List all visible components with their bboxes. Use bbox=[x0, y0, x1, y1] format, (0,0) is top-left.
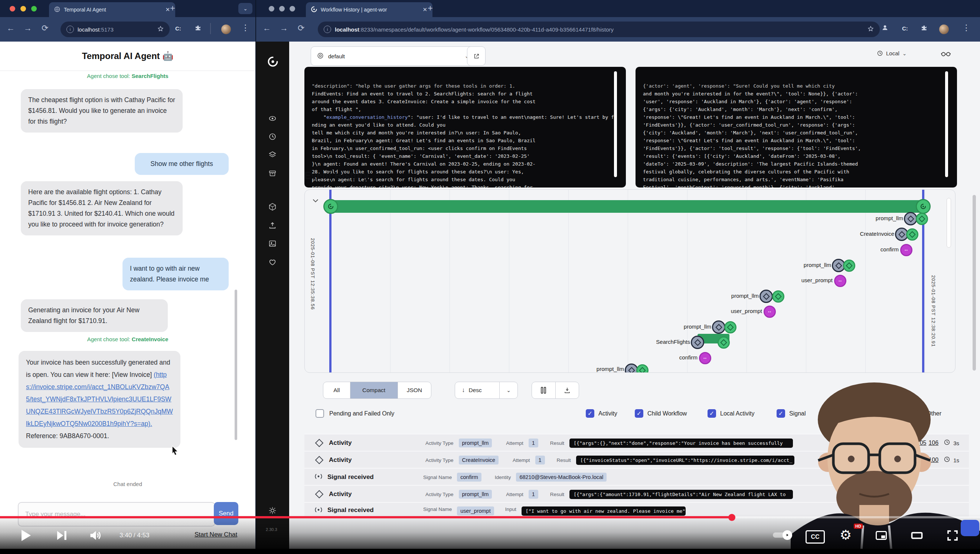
pending-activity-result-json[interactable]: {'actor': 'agent', 'response': "Sure! Co… bbox=[635, 67, 957, 188]
tab-close-icon[interactable]: ✕ bbox=[165, 6, 170, 13]
autoplay-toggle[interactable] bbox=[773, 532, 791, 538]
new-tab-button[interactable]: + bbox=[428, 3, 433, 13]
chevron-down-icon[interactable]: ⌄ bbox=[500, 387, 517, 393]
timeline-row-label[interactable]: prompt_llm bbox=[731, 293, 759, 299]
tab-temporal-ai-agent[interactable]: Temporal AI Agent ✕ bbox=[49, 2, 175, 17]
back-button[interactable]: ← bbox=[263, 23, 271, 33]
activity-scheduled-marker[interactable] bbox=[712, 320, 725, 334]
schedules-clock-icon[interactable] bbox=[268, 132, 277, 141]
timeline-row-label[interactable]: prompt_llm bbox=[597, 366, 624, 372]
workflow-execution-bar[interactable] bbox=[331, 200, 924, 213]
timeline-row-label[interactable]: confirm bbox=[679, 354, 697, 361]
feedback-card-icon[interactable] bbox=[268, 239, 277, 248]
pending-activity-input-json[interactable]: "description": "help the user gather arg… bbox=[304, 67, 626, 188]
bookmark-star-icon[interactable] bbox=[158, 25, 164, 33]
pause-button[interactable] bbox=[532, 382, 556, 399]
zoom-window-button[interactable] bbox=[31, 6, 37, 11]
reload-button[interactable]: ⟳ bbox=[41, 23, 48, 33]
view-json-button[interactable]: JSON bbox=[398, 382, 431, 398]
timeline-scrollbar[interactable] bbox=[947, 198, 951, 248]
forward-button[interactable]: → bbox=[280, 23, 288, 33]
view-compact-button[interactable]: Compact bbox=[350, 382, 398, 398]
play-button[interactable] bbox=[18, 527, 33, 545]
timeline-row-label[interactable]: user_prompt bbox=[731, 308, 762, 314]
new-tab-button[interactable]: + bbox=[170, 3, 175, 13]
address-bar[interactable]: i localhost:5173 bbox=[60, 22, 170, 37]
browser-menu-icon[interactable]: ⋮ bbox=[241, 23, 250, 33]
profile-avatar[interactable] bbox=[939, 24, 949, 34]
zoom-window-button[interactable] bbox=[290, 6, 295, 11]
activity-completed-marker[interactable] bbox=[772, 290, 784, 302]
activity-scheduled-marker[interactable] bbox=[759, 290, 773, 303]
workflow-end-marker[interactable] bbox=[916, 199, 931, 214]
temporal-logo-icon[interactable] bbox=[268, 56, 278, 67]
timeline-row-label[interactable]: CreateInvoice bbox=[860, 231, 894, 237]
collapse-chevron-icon[interactable] bbox=[312, 196, 320, 206]
close-window-button[interactable] bbox=[10, 6, 15, 11]
minimize-window-button[interactable] bbox=[279, 6, 285, 11]
tab-close-icon[interactable]: ✕ bbox=[422, 6, 427, 13]
type-filter-child-workflow[interactable]: ✓Child Workflow bbox=[635, 409, 687, 418]
labs-glasses-icon[interactable] bbox=[941, 49, 951, 59]
timeline-row-label[interactable]: prompt_llm bbox=[876, 215, 903, 221]
fullscreen-button[interactable] bbox=[946, 529, 959, 544]
workflow-start-marker[interactable] bbox=[323, 199, 338, 214]
page-scrollbar[interactable] bbox=[972, 195, 976, 371]
activity-completed-marker[interactable] bbox=[843, 259, 855, 272]
site-info-icon[interactable]: i bbox=[324, 25, 331, 33]
close-window-button[interactable] bbox=[269, 6, 274, 11]
open-namespace-button[interactable] bbox=[467, 46, 485, 66]
workflows-eye-icon[interactable] bbox=[268, 115, 277, 123]
next-button[interactable] bbox=[55, 529, 68, 544]
profile-avatar[interactable] bbox=[221, 24, 231, 34]
back-button[interactable]: ← bbox=[7, 23, 15, 33]
code-scrollbar[interactable] bbox=[614, 71, 617, 177]
activity-scheduled-marker[interactable] bbox=[691, 336, 704, 349]
activity-completed-marker[interactable] bbox=[906, 228, 918, 240]
namespaces-layers-icon[interactable] bbox=[268, 151, 277, 159]
claude-extension-icon[interactable]: C: bbox=[175, 25, 181, 32]
event-history-timeline[interactable]: 2025-01-08 PST 12:35:38.56 2025-01-08 PS… bbox=[304, 189, 956, 373]
reload-button[interactable]: ⟳ bbox=[298, 23, 304, 33]
tab-search-button[interactable]: ⌄ bbox=[238, 3, 253, 14]
extensions-puzzle-icon[interactable] bbox=[921, 24, 927, 33]
video-playhead[interactable] bbox=[728, 514, 735, 521]
view-all-button[interactable]: All bbox=[323, 382, 350, 398]
bookmark-star-icon[interactable] bbox=[867, 25, 874, 33]
minimize-window-button[interactable] bbox=[21, 6, 26, 11]
packages-cube-icon[interactable] bbox=[268, 203, 277, 211]
miniplayer-button[interactable] bbox=[875, 529, 888, 544]
timeline-row-label[interactable]: prompt_llm bbox=[804, 262, 831, 268]
claude-extension-icon[interactable]: C: bbox=[902, 25, 908, 32]
signal-marker[interactable]: ▪▪ bbox=[699, 352, 711, 364]
download-button[interactable] bbox=[556, 387, 579, 393]
signal-marker[interactable]: ▪▪ bbox=[764, 306, 776, 318]
theater-mode-button[interactable] bbox=[910, 529, 924, 544]
import-upload-icon[interactable] bbox=[268, 221, 277, 229]
scroll-action-button[interactable] bbox=[961, 520, 979, 536]
code-scrollbar[interactable] bbox=[945, 71, 948, 177]
signal-marker[interactable]: ▪▪ bbox=[834, 275, 846, 287]
type-filter-activity[interactable]: ✓Activity bbox=[586, 409, 617, 418]
extensions-puzzle-icon[interactable] bbox=[194, 24, 201, 33]
volume-icon[interactable] bbox=[88, 529, 102, 544]
timeline-row-label[interactable]: SearchFlights bbox=[656, 339, 690, 345]
favorites-heart-icon[interactable] bbox=[268, 258, 277, 266]
signal-marker[interactable]: ▪▪ bbox=[900, 244, 912, 256]
activity-completed-marker[interactable] bbox=[636, 364, 649, 373]
timeline-row-label[interactable]: user_prompt bbox=[802, 277, 833, 283]
type-filter-local-activity[interactable]: ✓Local Activity bbox=[708, 409, 754, 418]
timeline-row-label[interactable]: prompt_llm bbox=[684, 323, 711, 330]
archive-box-icon[interactable] bbox=[268, 169, 277, 177]
captions-button[interactable]: CC bbox=[805, 530, 825, 544]
activity-completed-marker[interactable] bbox=[724, 321, 737, 333]
timezone-select[interactable]: Local ⌄ bbox=[877, 50, 907, 56]
pending-failed-filter[interactable]: Pending and Failed Only bbox=[315, 409, 394, 418]
settings-gear-icon[interactable]: ⚙ bbox=[840, 527, 851, 543]
address-bar[interactable]: i localhost:8233/namespaces/default/work… bbox=[318, 22, 880, 37]
site-info-icon[interactable]: i bbox=[67, 25, 74, 33]
timeline-row-label[interactable]: confirm bbox=[880, 246, 899, 253]
browser-menu-icon[interactable]: ⋮ bbox=[962, 23, 970, 33]
theme-sun-icon[interactable] bbox=[268, 506, 277, 515]
forward-button[interactable]: → bbox=[24, 23, 32, 33]
